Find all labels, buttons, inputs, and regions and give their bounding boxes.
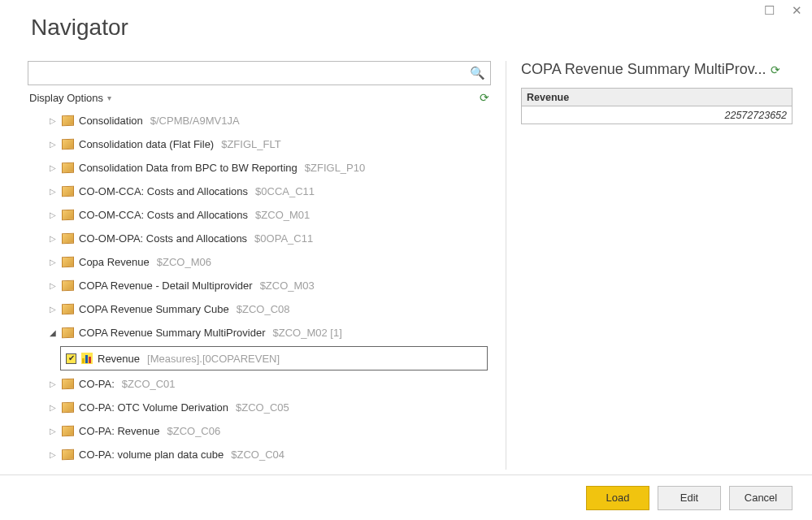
tree-item-code: $ZCO_C08 xyxy=(237,303,290,315)
tree-item-code: $ZCO_M06 xyxy=(157,256,211,268)
tree-item-label: COPA Revenue Summary MultiProvider xyxy=(79,327,266,339)
tree-item-label: COPA Revenue - Detail Multiprovider xyxy=(79,280,253,292)
maximize-icon[interactable]: ☐ xyxy=(762,3,776,18)
tree-item-label: CO-OM-CCA: Costs and Allocations xyxy=(79,185,248,197)
search-icon[interactable]: 🔍 xyxy=(470,66,485,80)
tree-item-label: CO-PA: Revenue xyxy=(79,425,159,437)
tree-item-code: $ZCO_M01 xyxy=(255,209,310,221)
tree-item-code: $0OPA_C11 xyxy=(254,232,313,245)
search-input[interactable] xyxy=(37,67,470,80)
tree-item-label: Copa Revenue xyxy=(79,256,150,268)
preview-pane: COPA Revenue Summary MultiProv... ⟳ Reve… xyxy=(521,61,792,470)
tree-item-code: $ZCO_M02 [1] xyxy=(273,327,342,339)
table-row: 22572723652 xyxy=(522,106,792,124)
tree-item-code: $ZCO_C01 xyxy=(122,378,176,390)
cube-icon xyxy=(62,210,74,221)
edit-button[interactable]: Edit xyxy=(658,486,721,510)
tree-item[interactable]: ▷COPA Revenue Summary Cube$ZCO_C08 xyxy=(28,297,489,321)
tree-item[interactable]: ▷CO-PA: Revenue$ZCO_C06 xyxy=(28,419,489,443)
tree-item-label: Consolidation xyxy=(79,115,143,127)
cube-icon xyxy=(62,280,74,292)
tree-item-label: CO-PA: xyxy=(79,378,115,390)
cube-icon xyxy=(62,304,74,315)
tree-item-label: CO-OM-OPA: Costs and Allocations xyxy=(79,232,247,245)
page-title: Navigator xyxy=(31,15,128,41)
preview-table: Revenue 22572723652 xyxy=(521,88,792,124)
cube-icon xyxy=(62,379,74,390)
expand-arrow-icon[interactable]: ▷ xyxy=(49,163,57,172)
tree-item[interactable]: ▷CO-OM-CCA: Costs and Allocations$0CCA_C… xyxy=(28,180,489,203)
tree-item-code: $ZCO_C05 xyxy=(236,401,289,414)
tree-item-label: CO-OM-CCA: Costs and Allocations xyxy=(79,209,248,221)
tree-item[interactable]: ▷Consolidation$/CPMB/A9MV1JA xyxy=(28,109,489,132)
tree-item-code: $0CCA_C11 xyxy=(255,185,315,197)
pane-divider xyxy=(506,61,506,470)
expand-arrow-icon[interactable]: ▷ xyxy=(49,403,57,412)
cube-icon xyxy=(62,139,74,150)
expand-arrow-icon[interactable]: ▷ xyxy=(49,379,57,388)
tree-item-code: $ZCO_C06 xyxy=(167,425,220,437)
tree-child-code: [Measures].[0COPAREVEN] xyxy=(147,353,280,365)
checkbox-icon[interactable]: ✔ xyxy=(66,353,76,364)
search-box[interactable]: 🔍 xyxy=(28,61,491,85)
expand-arrow-icon[interactable]: ▷ xyxy=(49,281,57,290)
expand-arrow-icon[interactable]: ▷ xyxy=(49,234,57,243)
tree-item-label: COPA Revenue Summary Cube xyxy=(79,303,229,315)
cube-icon xyxy=(62,327,74,339)
tree-item[interactable]: ▷Consolidation Data from BPC to BW Repor… xyxy=(28,156,489,180)
chevron-down-icon: ▾ xyxy=(107,93,111,102)
tree-item-label: Consolidation Data from BPC to BW Report… xyxy=(79,162,297,174)
cube-icon xyxy=(62,115,74,127)
cube-icon xyxy=(62,162,74,174)
tree-item[interactable]: ▷CO-PA: OTC Volume Derivation$ZCO_C05 xyxy=(28,396,489,419)
expand-arrow-icon[interactable]: ▷ xyxy=(49,187,57,196)
tree-item-code: $ZFIGL_FLT xyxy=(221,138,280,150)
tree-child-item[interactable]: ✔Revenue[Measures].[0COPAREVEN] xyxy=(60,346,488,370)
expand-arrow-icon[interactable]: ▷ xyxy=(49,210,57,219)
refresh-icon[interactable]: ⟳ xyxy=(480,91,489,104)
tree-item[interactable]: ▷Consolidation data (Flat File)$ZFIGL_FL… xyxy=(28,132,489,156)
tree-item-label: CO-PA: volume plan data cube xyxy=(79,448,224,461)
measure-icon xyxy=(81,353,93,364)
footer-bar: Load Edit Cancel xyxy=(0,474,812,520)
close-icon[interactable]: ✕ xyxy=(789,3,804,18)
expand-arrow-icon[interactable]: ▷ xyxy=(49,305,57,314)
tree-item[interactable]: ◢COPA Revenue Summary MultiProvider$ZCO_… xyxy=(28,321,489,344)
tree-item[interactable]: ▷CO-OM-CCA: Costs and Allocations$ZCO_M0… xyxy=(28,203,489,227)
cancel-button[interactable]: Cancel xyxy=(729,486,792,510)
tree-item-code: $ZCO_M03 xyxy=(260,280,315,292)
tree-item-code: $/CPMB/A9MV1JA xyxy=(150,115,240,127)
tree-item-label: Consolidation data (Flat File) xyxy=(79,138,214,150)
cube-icon xyxy=(62,186,74,197)
cube-icon xyxy=(62,257,74,268)
tree-child-label: Revenue xyxy=(98,353,140,365)
collapse-arrow-icon[interactable]: ◢ xyxy=(49,328,57,337)
expand-arrow-icon[interactable]: ▷ xyxy=(49,140,57,149)
tree-item-code: $ZCO_C04 xyxy=(231,448,284,461)
cube-icon xyxy=(62,426,74,437)
cube-icon xyxy=(62,449,74,461)
table-header: Revenue xyxy=(522,89,792,106)
tree-item-code: $ZFIGL_P10 xyxy=(305,162,365,174)
expand-arrow-icon[interactable]: ▷ xyxy=(49,450,57,459)
display-options-dropdown[interactable]: Display Options ▾ xyxy=(29,92,111,104)
tree-item[interactable]: ▷CO-OM-OPA: Costs and Allocations$0OPA_C… xyxy=(28,227,489,250)
tree-item[interactable]: ▷Copa Revenue$ZCO_M06 xyxy=(28,250,489,274)
navigation-pane: 🔍 Display Options ▾ ⟳ ▷Consolidation$/CP… xyxy=(28,61,491,470)
expand-arrow-icon[interactable]: ▷ xyxy=(49,258,57,266)
cube-icon xyxy=(62,233,74,245)
tree-item[interactable]: ▷COPA Revenue - Detail Multiprovider$ZCO… xyxy=(28,274,489,297)
load-button[interactable]: Load xyxy=(586,486,649,510)
expand-arrow-icon[interactable]: ▷ xyxy=(49,116,57,125)
tree-item[interactable]: ▷CO-PA: volume plan data cube$ZCO_C04 xyxy=(28,443,489,466)
object-tree[interactable]: ▷Consolidation$/CPMB/A9MV1JA▷Consolidati… xyxy=(28,109,491,470)
refresh-preview-icon[interactable]: ⟳ xyxy=(771,63,780,76)
table-cell: 22572723652 xyxy=(522,106,792,124)
display-options-label: Display Options xyxy=(29,92,103,104)
expand-arrow-icon[interactable]: ▷ xyxy=(49,427,57,436)
tree-item-label: CO-PA: OTC Volume Derivation xyxy=(79,401,228,414)
cube-icon xyxy=(62,402,74,414)
tree-item[interactable]: ▷CO-PA:$ZCO_C01 xyxy=(28,372,489,396)
preview-title: COPA Revenue Summary MultiProv... xyxy=(521,61,766,78)
